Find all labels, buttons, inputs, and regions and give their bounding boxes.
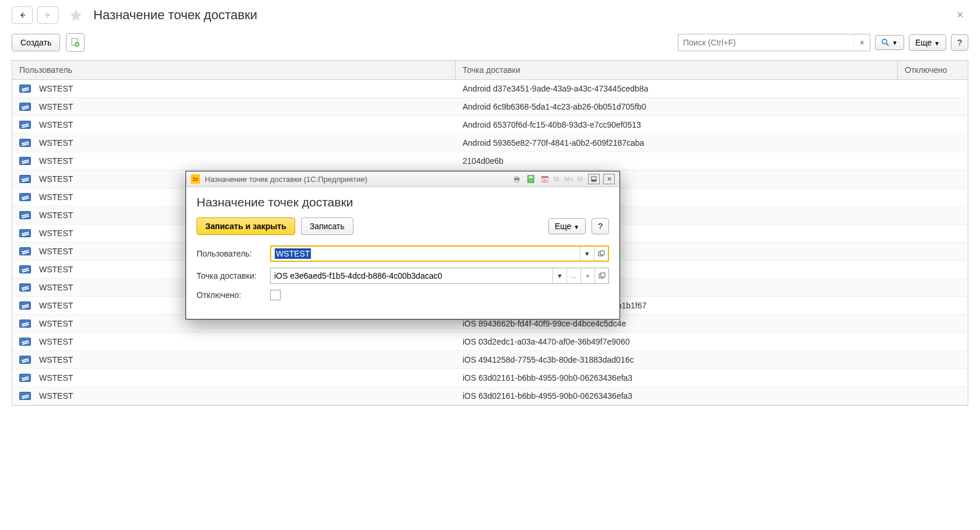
dialog-titlebar[interactable]: 1c Назначение точек доставки (1С:Предпри… <box>186 171 620 187</box>
cell-point: Android 6c9b6368-5da1-4c23-ab26-0b051d70… <box>463 102 646 111</box>
user-ref-field: WSTEST ▼ <box>270 245 609 262</box>
favorite-star-icon[interactable] <box>68 7 84 23</box>
col-header-off[interactable]: Отключено <box>898 61 968 79</box>
cell-point: Android 65370f6d-fc15-40b8-93d3-e7cc90ef… <box>463 120 641 129</box>
svg-rect-7 <box>516 176 519 178</box>
user-input[interactable]: WSTEST <box>271 247 580 261</box>
cell-user: WSTEST <box>39 283 73 292</box>
m-plus-disabled-icon: M+ <box>565 176 574 182</box>
save-and-close-button[interactable]: Записать и закрыть <box>197 217 295 235</box>
cell-point: Android 59365e82-770f-4841-a0b2-609f2187… <box>463 138 644 148</box>
table-row[interactable]: WSTEST2104d0e6b <box>12 152 968 170</box>
point-input[interactable] <box>271 268 552 283</box>
dialog-window-title: Назначение точек доставки (1С:Предприяти… <box>205 175 368 184</box>
row-icon <box>19 211 31 219</box>
top-bar: Назначение точек доставки × <box>0 0 980 30</box>
minimize-to-panel-button[interactable] <box>588 174 600 184</box>
calendar-icon[interactable]: 31 <box>540 174 550 184</box>
cell-user: WSTEST <box>39 337 73 346</box>
off-field-label: Отключено: <box>197 290 270 300</box>
nav-forward-button[interactable] <box>37 6 58 24</box>
cell-user: WSTEST <box>39 391 73 401</box>
search-icon <box>881 38 890 47</box>
svg-rect-10 <box>529 177 533 178</box>
cell-point: iOS 63d02161-b6bb-4955-90b0-06263436efa3 <box>463 373 632 382</box>
table-row[interactable]: WSTESTAndroid 65370f6d-fc15-40b8-93d3-e7… <box>12 116 968 134</box>
row-icon <box>19 283 31 292</box>
chevron-down-icon: ▼ <box>934 40 940 47</box>
main-toolbar: Создать × ▼ Еще ▼ ? <box>0 30 980 60</box>
col-header-point[interactable]: Точка доставки <box>456 61 898 79</box>
row-icon <box>19 356 31 364</box>
search-submit-button[interactable]: ▼ <box>875 35 904 50</box>
table-row[interactable]: WSTESTiOS 03d2edc1-a03a-4470-af0e-36b49f… <box>12 333 968 351</box>
cell-point: iOS 8943662b-fd4f-40f9-99ce-d4bce4c5dc4e <box>463 319 626 328</box>
copy-button[interactable] <box>66 33 85 52</box>
user-field-label: Пользователь: <box>197 249 270 258</box>
table-row[interactable]: WSTESTAndroid 6c9b6368-5da1-4c23-ab26-0b… <box>12 98 968 116</box>
save-button[interactable]: Записать <box>301 217 354 235</box>
print-icon[interactable] <box>512 174 522 184</box>
point-ref-field: ▼ … × <box>270 268 609 284</box>
dialog-heading: Назначение точек доставки <box>197 195 609 209</box>
row-icon <box>19 175 31 183</box>
off-checkbox[interactable] <box>270 290 281 300</box>
cell-point: Android d37e3451-9ade-43a9-a43c-473445ce… <box>463 84 648 93</box>
open-ref-button[interactable] <box>594 268 608 283</box>
cell-user: WSTEST <box>39 174 73 184</box>
row-icon <box>19 247 31 255</box>
table-row[interactable]: WSTESTiOS 4941258d-7755-4c3b-80de-31883d… <box>12 351 968 369</box>
cell-user: WSTEST <box>39 120 73 129</box>
dialog-help-button[interactable]: ? <box>592 218 609 234</box>
row-icon <box>19 338 31 346</box>
cell-user: WSTEST <box>39 319 73 328</box>
row-icon <box>19 265 31 273</box>
close-page-button[interactable]: × <box>952 6 968 24</box>
m-minus-disabled-icon: M- <box>577 176 584 182</box>
table-row[interactable]: WSTESTAndroid d37e3451-9ade-43a9-a43c-47… <box>12 80 968 98</box>
search-input[interactable] <box>678 38 853 47</box>
arrow-left-icon <box>18 10 27 20</box>
cell-point: iOS 03d2edc1-a03a-4470-af0e-36b49f7e9060 <box>463 337 629 346</box>
select-button[interactable]: … <box>566 268 580 283</box>
row-icon <box>19 121 31 129</box>
create-button[interactable]: Создать <box>12 34 60 51</box>
help-button[interactable]: ? <box>951 34 968 51</box>
open-ref-button[interactable] <box>594 247 608 261</box>
cell-user: WSTEST <box>39 102 73 111</box>
row-icon <box>19 392 31 400</box>
svg-point-4 <box>882 39 887 44</box>
table-row[interactable]: WSTESTAndroid 59365e82-770f-4841-a0b2-60… <box>12 134 968 152</box>
point-field-label: Точка доставки: <box>197 271 270 280</box>
open-icon <box>598 250 605 257</box>
dialog-close-button[interactable]: ✕ <box>603 174 615 184</box>
clear-button[interactable]: × <box>580 268 594 283</box>
chevron-down-icon: ▼ <box>892 40 898 46</box>
dropdown-button[interactable]: ▼ <box>552 268 566 283</box>
page-title: Назначение точек доставки <box>93 8 257 23</box>
m-disabled-icon: M. <box>554 176 561 182</box>
cell-user: WSTEST <box>39 210 73 220</box>
more-button[interactable]: Еще ▼ <box>909 34 946 51</box>
cell-user: WSTEST <box>39 229 73 238</box>
col-header-user[interactable]: Пользователь <box>12 61 456 79</box>
open-icon <box>598 272 606 279</box>
table-row[interactable]: WSTESTiOS 63d02161-b6bb-4955-90b0-062634… <box>12 387 968 405</box>
calculator-icon[interactable] <box>526 174 536 184</box>
svg-rect-8 <box>516 180 519 182</box>
row-icon <box>19 193 31 201</box>
table-row[interactable]: WSTESTiOS 63d02161-b6bb-4955-90b0-062634… <box>12 369 968 387</box>
nav-back-button[interactable] <box>12 6 33 24</box>
row-icon <box>19 301 31 310</box>
onec-logo-icon: 1c <box>191 174 200 184</box>
svg-line-5 <box>887 44 889 46</box>
cell-user: WSTEST <box>39 265 73 274</box>
svg-rect-17 <box>600 251 604 255</box>
dialog-more-button[interactable]: Еще ▼ <box>548 218 586 234</box>
cell-point: iOS 4941258d-7755-4c3b-80de-31883dad016c <box>463 355 634 364</box>
row-icon <box>19 229 31 237</box>
svg-rect-15 <box>592 180 596 181</box>
search-clear-button[interactable]: × <box>853 34 870 51</box>
row-icon <box>19 320 31 328</box>
dropdown-button[interactable]: ▼ <box>580 247 594 261</box>
